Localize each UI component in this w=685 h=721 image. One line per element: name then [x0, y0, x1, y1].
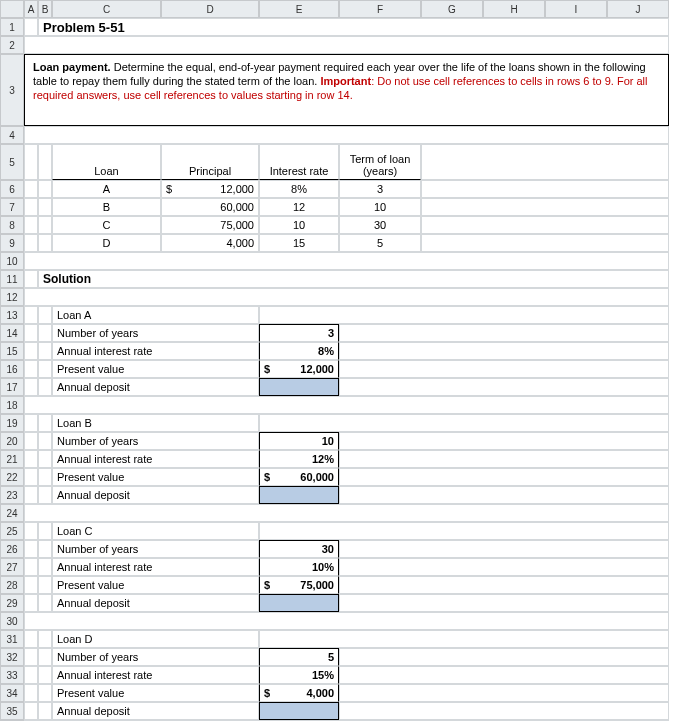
cell-A28[interactable] [24, 576, 38, 594]
row-header-27[interactable]: 27 [0, 558, 24, 576]
cell-A25[interactable] [24, 522, 38, 540]
cell-G9[interactable] [421, 234, 669, 252]
row-header-18[interactable]: 18 [0, 396, 24, 414]
problem-title[interactable]: Problem 5-51 [38, 18, 669, 36]
cell-B35[interactable] [38, 702, 52, 720]
td-loan-D[interactable]: D [52, 234, 161, 252]
cell-A21[interactable] [24, 450, 38, 468]
val-dep-A[interactable] [259, 378, 339, 396]
col-header-F[interactable]: F [339, 0, 421, 18]
cell-E31[interactable] [259, 630, 669, 648]
td-loan-B[interactable]: B [52, 198, 161, 216]
solution-heading[interactable]: Solution [38, 270, 669, 288]
cell-row18[interactable] [24, 396, 669, 414]
cell-B13[interactable] [38, 306, 52, 324]
col-header-J[interactable]: J [607, 0, 669, 18]
cell-A6[interactable] [24, 180, 38, 198]
td-term-D[interactable]: 5 [339, 234, 421, 252]
cell-F23[interactable] [339, 486, 669, 504]
col-header-A[interactable]: A [24, 0, 38, 18]
td-rate-A[interactable]: 8% [259, 180, 339, 198]
row-header-12[interactable]: 12 [0, 288, 24, 306]
cell-B22[interactable] [38, 468, 52, 486]
cell-A9[interactable] [24, 234, 38, 252]
val-pv-D[interactable]: $4,000 [259, 684, 339, 702]
cell-A8[interactable] [24, 216, 38, 234]
cell-F14[interactable] [339, 324, 669, 342]
row-header-15[interactable]: 15 [0, 342, 24, 360]
cell-row30[interactable] [24, 612, 669, 630]
cell-A5[interactable] [24, 144, 38, 180]
val-dep-B[interactable] [259, 486, 339, 504]
cell-A34[interactable] [24, 684, 38, 702]
label-dep-C[interactable]: Annual deposit [52, 594, 259, 612]
val-dep-D[interactable] [259, 702, 339, 720]
cell-A27[interactable] [24, 558, 38, 576]
label-years-C[interactable]: Number of years [52, 540, 259, 558]
row-header-16[interactable]: 16 [0, 360, 24, 378]
col-header-B[interactable]: B [38, 0, 52, 18]
row-header-4[interactable]: 4 [0, 126, 24, 144]
val-pv-B[interactable]: $60,000 [259, 468, 339, 486]
cell-F21[interactable] [339, 450, 669, 468]
row-header-31[interactable]: 31 [0, 630, 24, 648]
val-rate-D[interactable]: 15% [259, 666, 339, 684]
col-header-C[interactable]: C [52, 0, 161, 18]
cell-row12[interactable] [24, 288, 669, 306]
row-header-9[interactable]: 9 [0, 234, 24, 252]
cell-G5[interactable] [421, 144, 669, 180]
td-principal-D[interactable]: 4,000 [161, 234, 259, 252]
cell-B16[interactable] [38, 360, 52, 378]
label-pv-A[interactable]: Present value [52, 360, 259, 378]
cell-B20[interactable] [38, 432, 52, 450]
cell-F29[interactable] [339, 594, 669, 612]
label-pv-C[interactable]: Present value [52, 576, 259, 594]
val-rate-B[interactable]: 12% [259, 450, 339, 468]
row-header-11[interactable]: 11 [0, 270, 24, 288]
cell-row10[interactable] [24, 252, 669, 270]
td-term-A[interactable]: 3 [339, 180, 421, 198]
cell-A1[interactable] [24, 18, 38, 36]
col-header-E[interactable]: E [259, 0, 339, 18]
row-header-32[interactable]: 32 [0, 648, 24, 666]
cell-A23[interactable] [24, 486, 38, 504]
td-principal-A[interactable]: $12,000 [161, 180, 259, 198]
cell-B25[interactable] [38, 522, 52, 540]
label-rate-D[interactable]: Annual interest rate [52, 666, 259, 684]
cell-row2[interactable] [24, 36, 669, 54]
col-header-G[interactable]: G [421, 0, 483, 18]
cell-A7[interactable] [24, 198, 38, 216]
row-header-13[interactable]: 13 [0, 306, 24, 324]
cell-A13[interactable] [24, 306, 38, 324]
row-header-2[interactable]: 2 [0, 36, 24, 54]
cell-B19[interactable] [38, 414, 52, 432]
label-rate-A[interactable]: Annual interest rate [52, 342, 259, 360]
cell-B32[interactable] [38, 648, 52, 666]
label-dep-B[interactable]: Annual deposit [52, 486, 259, 504]
val-years-D[interactable]: 5 [259, 648, 339, 666]
td-rate-D[interactable]: 15 [259, 234, 339, 252]
cell-B33[interactable] [38, 666, 52, 684]
cell-A33[interactable] [24, 666, 38, 684]
row-header-29[interactable]: 29 [0, 594, 24, 612]
label-dep-A[interactable]: Annual deposit [52, 378, 259, 396]
row-header-35[interactable]: 35 [0, 702, 24, 720]
cell-B7[interactable] [38, 198, 52, 216]
cell-F28[interactable] [339, 576, 669, 594]
row-header-8[interactable]: 8 [0, 216, 24, 234]
cell-A26[interactable] [24, 540, 38, 558]
td-principal-B[interactable]: 60,000 [161, 198, 259, 216]
row-header-33[interactable]: 33 [0, 666, 24, 684]
row-header-14[interactable]: 14 [0, 324, 24, 342]
cell-B17[interactable] [38, 378, 52, 396]
cell-F33[interactable] [339, 666, 669, 684]
row-header-5[interactable]: 5 [0, 144, 24, 180]
val-pv-C[interactable]: $75,000 [259, 576, 339, 594]
th-term[interactable]: Term of loan (years) [339, 144, 421, 180]
td-term-C[interactable]: 30 [339, 216, 421, 234]
row-header-21[interactable]: 21 [0, 450, 24, 468]
cell-F35[interactable] [339, 702, 669, 720]
cell-A11[interactable] [24, 270, 38, 288]
cell-B23[interactable] [38, 486, 52, 504]
label-pv-D[interactable]: Present value [52, 684, 259, 702]
